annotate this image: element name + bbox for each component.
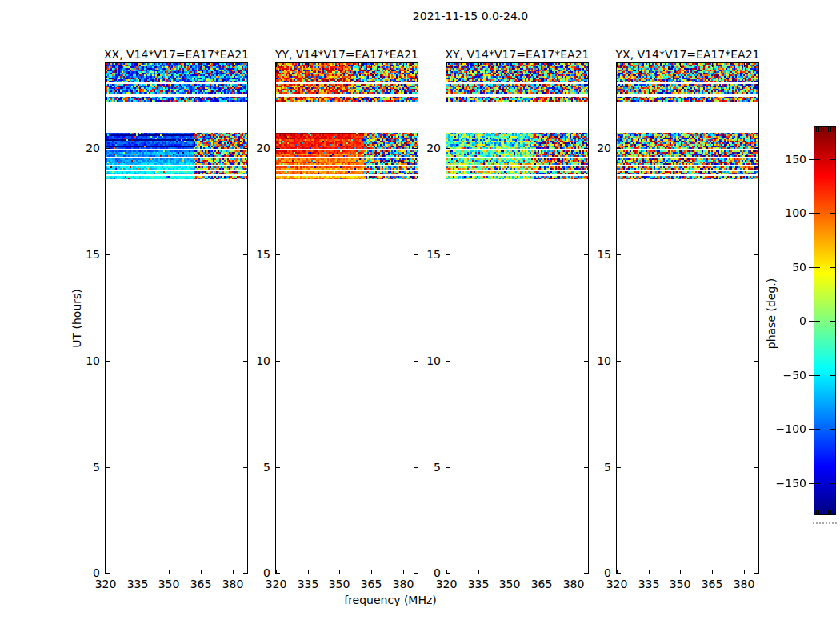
x-tick-label: 365 <box>702 578 723 590</box>
panel-yx-title: YX, V14*V17=EA17*EA21 <box>615 48 759 61</box>
colorbar-tick <box>830 159 835 160</box>
y-tick-label: 10 <box>86 354 100 367</box>
y-tick-label: 20 <box>426 142 441 154</box>
x-tick <box>308 570 309 574</box>
x-tick <box>574 63 574 67</box>
y-tick-label: 20 <box>86 142 100 154</box>
y-tick <box>243 467 247 468</box>
x-tick <box>478 570 479 574</box>
x-tick-label: 380 <box>563 578 585 590</box>
colorbar-tick <box>814 321 820 322</box>
y-tick <box>106 467 110 468</box>
colorbar-tick <box>809 267 814 268</box>
y-tick <box>446 148 450 149</box>
x-tick-label: 350 <box>158 578 180 590</box>
x-tick-label: 335 <box>127 578 149 590</box>
colorbar-tick <box>830 321 835 322</box>
y-tick <box>584 148 588 149</box>
x-tick <box>446 63 447 67</box>
colorbar-tick <box>830 483 835 484</box>
y-tick <box>276 573 280 574</box>
x-tick <box>542 570 542 574</box>
x-tick <box>542 63 542 67</box>
x-tick <box>403 570 404 574</box>
x-axis-label: frequency (MHz) <box>344 594 437 606</box>
y-tick-label: 10 <box>256 354 270 367</box>
y-tick <box>414 148 418 149</box>
y-tick-label: 15 <box>256 248 270 261</box>
x-tick <box>744 570 745 574</box>
colorbar-tick <box>814 213 820 214</box>
panel-xx <box>105 62 248 574</box>
x-tick-label: 380 <box>734 578 755 590</box>
x-tick <box>138 63 138 67</box>
y-tick <box>754 573 758 574</box>
colorbar-tick <box>809 321 814 322</box>
panel-yx-heatmap <box>617 63 758 574</box>
x-tick-label: 350 <box>670 578 691 590</box>
x-tick <box>371 63 372 67</box>
y-tick-label: 20 <box>597 142 611 154</box>
x-tick <box>574 570 574 574</box>
y-tick <box>276 467 280 468</box>
y-tick <box>106 254 110 255</box>
y-tick-label: 5 <box>93 461 100 474</box>
y-tick <box>446 361 450 362</box>
y-tick <box>446 573 450 574</box>
y-tick <box>446 467 450 468</box>
x-tick <box>403 63 404 67</box>
x-tick <box>649 63 650 67</box>
y-tick-label: 15 <box>86 248 100 261</box>
y-tick <box>243 148 247 149</box>
y-tick <box>754 148 758 149</box>
colorbar-tick-label: 100 <box>785 206 806 219</box>
x-tick-label: 365 <box>361 578 382 590</box>
figure-canvas: 2021-11-15 0.0-24.0 frequency (MHz) UT (… <box>0 0 840 640</box>
y-tick <box>617 467 621 468</box>
x-tick-label: 350 <box>329 578 350 590</box>
y-tick-label: 10 <box>597 354 611 367</box>
x-tick-label: 335 <box>638 578 660 590</box>
x-tick <box>744 63 745 67</box>
y-tick <box>106 361 110 362</box>
x-tick <box>138 570 138 574</box>
x-tick-label: 365 <box>531 578 553 590</box>
y-tick-label: 5 <box>263 461 270 474</box>
figure-title: 2021-11-15 0.0-24.0 <box>413 10 528 22</box>
panel-xy-heatmap <box>446 63 588 574</box>
y-tick <box>414 573 418 574</box>
y-tick <box>617 148 621 149</box>
y-tick <box>243 361 247 362</box>
y-tick-label: 15 <box>597 248 611 261</box>
colorbar-tick-label: −100 <box>776 422 806 435</box>
y-tick <box>584 254 588 255</box>
y-tick <box>584 573 588 574</box>
x-tick <box>169 570 170 574</box>
y-tick <box>754 361 758 362</box>
y-tick-label: 0 <box>434 566 441 579</box>
colorbar-tick-label: 150 <box>785 153 806 166</box>
panel-xx-heatmap <box>106 63 247 574</box>
y-tick-label: 0 <box>263 566 270 579</box>
x-tick-label: 380 <box>222 578 244 590</box>
colorbar-dotted-edge <box>813 522 837 524</box>
x-tick-label: 320 <box>436 578 458 590</box>
x-tick <box>649 570 650 574</box>
y-tick-label: 0 <box>93 566 100 579</box>
colorbar-tick-label: 0 <box>799 314 806 327</box>
x-tick <box>680 63 681 67</box>
panel-yy-title: YY, V14*V17=EA17*EA21 <box>275 48 418 61</box>
colorbar-label: phase (deg.) <box>765 278 778 349</box>
x-tick-label: 365 <box>190 578 212 590</box>
x-tick <box>510 63 510 67</box>
y-tick <box>414 467 418 468</box>
colorbar-tick <box>814 429 820 430</box>
y-tick <box>617 573 621 574</box>
colorbar-tick-label: 50 <box>792 261 806 274</box>
x-tick-label: 335 <box>468 578 490 590</box>
panel-xy-title: XY, V14*V17=EA17*EA21 <box>445 48 589 61</box>
y-axis-label: UT (hours) <box>70 289 83 348</box>
y-tick <box>754 254 758 255</box>
x-tick <box>233 63 234 67</box>
y-tick <box>584 467 588 468</box>
